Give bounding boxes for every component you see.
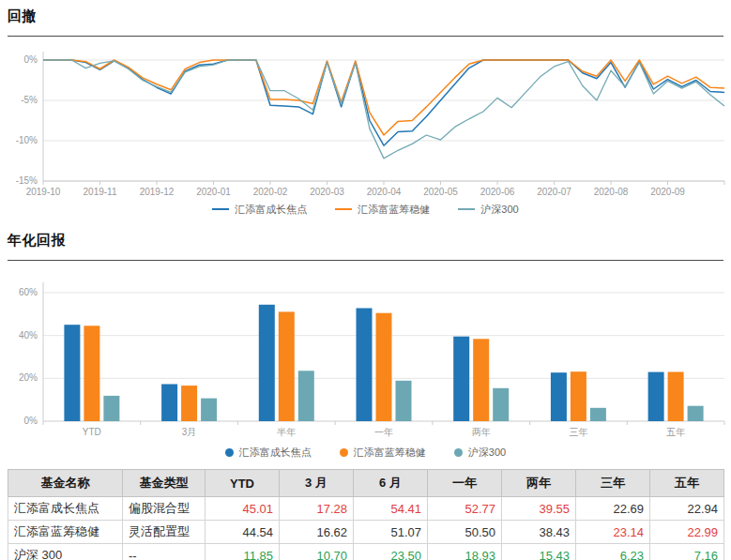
bar-汇添富蓝筹稳健-一年[interactable] [376, 313, 392, 421]
table-header-cell: YTD [206, 470, 280, 497]
return-value-cell: 22.94 [650, 497, 724, 521]
bar-沪深300-YTD[interactable] [103, 396, 119, 421]
bar-汇添富成长焦点-一年[interactable] [357, 309, 373, 422]
table-header-cell: 基金类型 [123, 470, 206, 497]
return-value-cell: 44.54 [206, 521, 280, 544]
return-value-cell: 22.99 [650, 521, 724, 544]
axis-tick-label: 2020-08 [594, 187, 629, 196]
fund-type-cell: -- [123, 544, 206, 560]
return-value-cell: 51.07 [354, 521, 428, 544]
return-value-cell: 16.62 [280, 521, 354, 544]
bar-沪深300-半年[interactable] [298, 371, 314, 421]
table-header-cell: 3 月 [280, 470, 354, 497]
return-value-cell: 39.55 [502, 497, 576, 521]
line-series-2[interactable] [43, 60, 724, 159]
axis-tick-label: 2020-01 [196, 187, 231, 196]
fund-type-cell: 偏股混合型 [123, 497, 206, 521]
bar-沪深300-三年[interactable] [590, 408, 606, 421]
axis-tick-label: 2020-03 [310, 187, 344, 196]
legend-line-swatch-icon [458, 208, 475, 210]
return-value-cell: 18.93 [428, 544, 502, 560]
legend-label: 汇添富成长焦点 [239, 446, 312, 460]
annualized-return-bar-chart[interactable]: 0%20%40%60%YTD3月半年一年两年三年五年 [0, 268, 731, 443]
legend-item-0[interactable]: 汇添富成长焦点 [225, 446, 312, 460]
bar-汇添富蓝筹稳健-两年[interactable] [473, 339, 489, 421]
legend-label: 沪深300 [468, 446, 506, 460]
line-series-1[interactable] [43, 60, 724, 135]
bar-汇添富蓝筹稳健-三年[interactable] [571, 371, 586, 421]
axis-tick-label: 0% [24, 416, 38, 426]
bar-沪深300-一年[interactable] [396, 381, 412, 421]
axis-tick-label: YTD [83, 427, 101, 437]
return-value-cell: 15.43 [502, 544, 576, 560]
section-divider [8, 260, 723, 261]
return-value-cell: 11.85 [206, 544, 280, 560]
legend-dot-swatch-icon [225, 448, 234, 457]
annualized-return-section-title: 年化回报 [8, 232, 731, 250]
return-value-cell: 45.01 [206, 497, 280, 521]
axis-tick-label: -10% [16, 135, 38, 145]
axis-tick-label: 2020-02 [253, 187, 288, 196]
return-value-cell: 22.69 [576, 497, 650, 521]
return-value-cell: 10.70 [280, 544, 354, 560]
bar-沪深300-五年[interactable] [688, 406, 704, 421]
legend-item-1[interactable]: 汇添富蓝筹稳健 [335, 203, 430, 217]
axis-tick-label: 2019-12 [140, 187, 175, 196]
bar-汇添富蓝筹稳健-五年[interactable] [668, 372, 684, 422]
bar-汇添富成长焦点-两年[interactable] [453, 337, 469, 421]
axis-tick-label: 40% [19, 330, 38, 341]
legend-label: 沪深300 [480, 203, 518, 217]
legend-item-2[interactable]: 沪深300 [454, 446, 506, 460]
bar-汇添富蓝筹稳健-3月[interactable] [181, 386, 197, 421]
legend-item-2[interactable]: 沪深300 [458, 203, 518, 217]
bar-汇添富蓝筹稳健-YTD[interactable] [84, 325, 99, 421]
return-value-cell: 23.50 [354, 544, 428, 560]
return-value-cell: 50.50 [428, 521, 502, 544]
axis-tick-label: 一年 [374, 427, 393, 437]
table-header-cell: 基金名称 [8, 470, 123, 497]
axis-tick-label: 半年 [276, 427, 296, 437]
legend-label: 汇添富蓝筹稳健 [354, 446, 426, 460]
axis-tick-label: 两年 [472, 427, 491, 437]
return-value-cell: 38.43 [502, 521, 576, 544]
axis-tick-label: 2020-05 [423, 187, 458, 196]
axis-tick-label: -5% [21, 95, 38, 105]
legend-item-1[interactable]: 汇添富蓝筹稳健 [340, 446, 426, 460]
bar-汇添富成长焦点-3月[interactable] [161, 385, 177, 422]
bar-汇添富成长焦点-五年[interactable] [648, 372, 664, 421]
legend-line-swatch-icon [212, 208, 229, 210]
legend-dot-swatch-icon [454, 448, 463, 457]
fund-type-cell: 灵活配置型 [123, 521, 206, 544]
axis-tick-label: 五年 [666, 427, 685, 437]
axis-tick-label: 2020-07 [537, 187, 571, 196]
axis-tick-label: 2019-11 [84, 187, 117, 196]
axis-tick-label: 2020-04 [367, 187, 402, 196]
fund-name-cell: 汇添富蓝筹稳健 [8, 521, 123, 544]
bar-沪深300-两年[interactable] [493, 388, 509, 421]
legend-item-0[interactable]: 汇添富成长焦点 [212, 203, 307, 217]
bar-汇添富成长焦点-半年[interactable] [259, 305, 275, 421]
bar-汇添富蓝筹稳健-半年[interactable] [279, 311, 295, 421]
fund-performance-table: 基金名称基金类型YTD3 月6 月一年两年三年五年 汇添富成长焦点偏股混合型45… [8, 469, 724, 560]
axis-tick-label: 2019-10 [26, 187, 61, 196]
table-row: 汇添富蓝筹稳健灵活配置型44.5416.6251.0750.5038.4323.… [8, 521, 724, 544]
axis-tick-label: 3月 [182, 427, 197, 437]
bar-汇添富成长焦点-YTD[interactable] [64, 325, 80, 421]
return-value-cell: 52.77 [428, 497, 502, 521]
annualized-return-chart-legend: 汇添富成长焦点汇添富蓝筹稳健沪深300 [0, 445, 731, 460]
return-value-cell: 6.23 [576, 544, 650, 560]
return-value-cell: 54.41 [354, 497, 428, 521]
bar-沪深300-3月[interactable] [201, 399, 217, 421]
table-header-cell: 五年 [650, 470, 724, 497]
legend-line-swatch-icon [335, 208, 352, 210]
line-series-0[interactable] [43, 60, 724, 145]
bar-汇添富成长焦点-三年[interactable] [551, 372, 567, 421]
return-value-cell: 7.16 [650, 544, 724, 560]
table-header-cell: 两年 [502, 470, 576, 497]
legend-label: 汇添富蓝筹稳健 [358, 203, 430, 217]
axis-tick-label: 20% [19, 372, 38, 383]
drawdown-chart-legend: 汇添富成长焦点汇添富蓝筹稳健沪深300 [0, 202, 731, 217]
legend-label: 汇添富成长焦点 [235, 203, 307, 217]
table-header-cell: 三年 [576, 470, 650, 497]
drawdown-line-chart[interactable]: 0%-5%-10%-15%2019-102019-112019-122020-0… [0, 37, 731, 196]
